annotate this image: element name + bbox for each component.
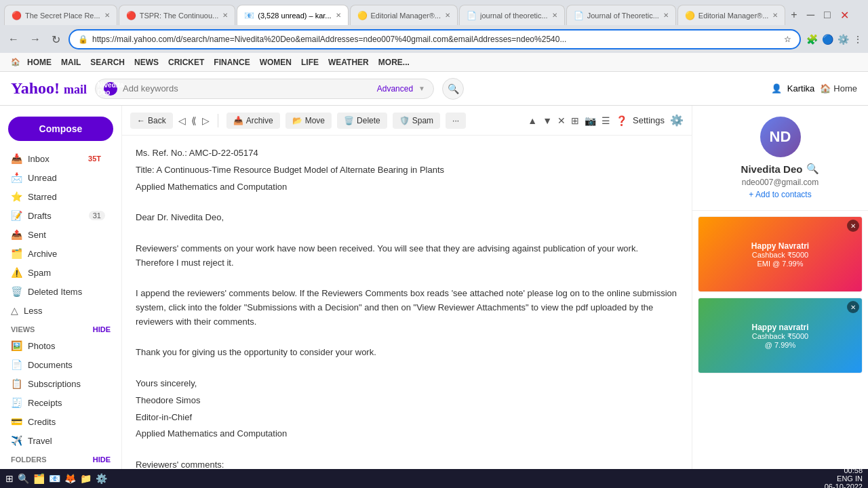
nav-life[interactable]: LIFE xyxy=(298,58,321,67)
tab-close-4[interactable]: ✕ xyxy=(445,12,450,19)
sidebar-item-unread[interactable]: 📩 Unread xyxy=(0,168,116,187)
mail-search-bar: Yahoo! mail Nivedita Deo Advanced ▼ 🔍 👤 … xyxy=(0,72,868,106)
settings-gear-icon[interactable]: ⚙️ xyxy=(670,114,684,127)
grid-view-button[interactable]: ⊞ xyxy=(571,115,579,126)
delete-button[interactable]: 🗑️ Delete xyxy=(337,113,387,129)
tab-4[interactable]: 🟡 Editorial Manager®... ✕ xyxy=(350,5,458,25)
nav-more[interactable]: MORE... xyxy=(376,58,412,67)
nav-weather[interactable]: WEATHER xyxy=(326,58,372,67)
reload-button[interactable]: ↻ xyxy=(49,32,63,47)
email-para1: Reviewers' comments on your work have no… xyxy=(136,242,678,270)
taskbar-lang: ENG IN xyxy=(825,474,863,483)
tab-favicon-7: 🟡 xyxy=(685,11,694,20)
tab-close-5[interactable]: ✕ xyxy=(552,12,557,19)
yahoo-nav-bar: 🏠 HOME MAIL SEARCH NEWS CRICKET FINANCE … xyxy=(0,53,868,72)
views-hide-button[interactable]: Hide xyxy=(93,325,111,333)
next-email-button[interactable]: ▷ xyxy=(202,115,210,126)
tab-2[interactable]: 🔴 TSPR: The Continuou... ✕ xyxy=(119,5,236,25)
sidebar-item-deleted[interactable]: 🗑️ Deleted Items xyxy=(0,282,116,301)
tab-1[interactable]: 🔴 The Secret Place Re... ✕ xyxy=(4,5,117,25)
menu-icon[interactable]: ⋮ xyxy=(853,34,863,45)
sidebar-item-photos[interactable]: 🖼️ Photos xyxy=(0,336,116,355)
taskbar-icon-5[interactable]: ⚙️ xyxy=(96,473,107,484)
sidebar-item-spam[interactable]: ⚠️ Spam xyxy=(0,263,116,282)
extension-icon-1[interactable]: 🧩 xyxy=(806,34,818,45)
search-button[interactable]: 🔍 xyxy=(442,78,464,100)
sidebar-item-travel[interactable]: ✈️ Travel xyxy=(0,431,116,450)
sidebar-item-archive[interactable]: 🗂️ Archive xyxy=(0,244,116,263)
sidebar-item-drafts[interactable]: 📝 Drafts 31 xyxy=(0,206,116,225)
sidebar-item-less[interactable]: △ Less xyxy=(0,301,116,320)
home-icon[interactable]: 🏠 xyxy=(11,58,20,66)
tab-close-3[interactable]: ✕ xyxy=(336,12,341,19)
windows-start-icon[interactable]: ⊞ xyxy=(5,473,14,484)
list-button[interactable]: ☰ xyxy=(601,115,610,126)
tab-5[interactable]: 📄 journal of theoretic... ✕ xyxy=(459,5,565,25)
nav-cricket[interactable]: CRICKET xyxy=(165,58,207,67)
forward-button[interactable]: → xyxy=(27,32,43,47)
folders-hide-button[interactable]: Hide xyxy=(93,455,111,464)
ad-close-button-2[interactable]: ✕ xyxy=(847,301,859,313)
tab-title-2: TSPR: The Continuou... xyxy=(140,12,219,20)
help-button[interactable]: ❓ xyxy=(616,115,627,126)
prev-email-button[interactable]: ◁ xyxy=(178,115,186,126)
nav-search[interactable]: SEARCH xyxy=(87,58,127,67)
maximize-button[interactable]: □ xyxy=(820,9,835,21)
sidebar-item-sent[interactable]: 📤 Sent xyxy=(0,225,116,244)
sort-down-button[interactable]: ▼ xyxy=(542,115,552,126)
extension-icon-3[interactable]: ⚙️ xyxy=(837,34,849,45)
tab-7[interactable]: 🟡 Editorial Manager®... ✕ xyxy=(677,5,786,25)
nav-women[interactable]: WOMEN xyxy=(257,58,294,67)
minimize-button[interactable]: ─ xyxy=(803,9,818,21)
advanced-search-button[interactable]: Advanced xyxy=(377,84,413,94)
spam-button[interactable]: 🛡️ Spam xyxy=(393,113,440,129)
camera-button[interactable]: 📷 xyxy=(585,115,596,126)
taskbar-icon-3[interactable]: 🦊 xyxy=(64,473,76,484)
tab-close-7[interactable]: ✕ xyxy=(772,12,778,19)
more-actions-button[interactable]: ··· xyxy=(446,113,466,129)
nav-news[interactable]: NEWS xyxy=(132,58,161,67)
url-text: https://mail.yahoo.com/d/search/name=Niv… xyxy=(92,35,780,44)
tab-close-6[interactable]: ✕ xyxy=(663,12,669,19)
taskbar-icon-1[interactable]: 🗂️ xyxy=(33,473,45,484)
search-input[interactable] xyxy=(123,83,372,94)
tab-3[interactable]: 📧 (3,528 unread) – kar... ✕ xyxy=(237,5,348,25)
extension-icon-2[interactable]: 🔵 xyxy=(822,34,833,45)
home-button[interactable]: 🏠 Home xyxy=(820,83,857,94)
nav-home[interactable]: HOME xyxy=(24,58,54,67)
sidebar-item-inbox[interactable]: 📥 Inbox 35T xyxy=(0,149,116,168)
ad-image-1: Happy Navratri Cashback ₹5000 EMI @ 7.99… xyxy=(698,217,862,291)
taskbar-icon-4[interactable]: 📁 xyxy=(80,473,92,484)
email-sender-title: Editor-in-Chief xyxy=(136,411,678,425)
add-to-contacts-button[interactable]: + Add to contacts xyxy=(703,190,857,199)
nav-finance[interactable]: FINANCE xyxy=(211,58,252,67)
tab-close-2[interactable]: ✕ xyxy=(222,12,228,19)
compose-button[interactable]: Compose xyxy=(8,117,113,141)
search-taskbar-icon[interactable]: 🔍 xyxy=(18,473,29,484)
toolbar-right: ▲ ▼ ✕ ⊞ 📷 ☰ ❓ Settings ⚙️ xyxy=(528,114,684,127)
sidebar-item-documents[interactable]: 📄 Documents xyxy=(0,355,116,374)
ad-close-button-1[interactable]: ✕ xyxy=(847,220,859,232)
back-nav-button[interactable]: ← Back xyxy=(130,113,173,129)
close-email-button[interactable]: ✕ xyxy=(557,115,566,126)
sidebar-item-receipts[interactable]: 🧾 Receipts xyxy=(0,393,116,412)
sort-up-button[interactable]: ▲ xyxy=(528,115,537,126)
tab-close-1[interactable]: ✕ xyxy=(104,12,110,19)
new-tab-button[interactable]: + xyxy=(787,9,801,21)
sidebar-item-subscriptions[interactable]: 📋 Subscriptions xyxy=(0,374,116,393)
tab-6[interactable]: 📄 Journal of Theoretic... ✕ xyxy=(566,5,676,25)
back-button[interactable]: ← xyxy=(5,32,22,47)
close-window-button[interactable]: ✕ xyxy=(836,9,853,22)
prev-unread-button[interactable]: ⟪ xyxy=(191,115,197,126)
search-box[interactable]: Nivedita Deo Advanced ▼ xyxy=(95,79,434,99)
nav-mail[interactable]: MAIL xyxy=(58,58,83,67)
archive-button[interactable]: 📥 Archive xyxy=(226,113,280,129)
move-button[interactable]: 📂 Move xyxy=(285,113,332,129)
sidebar-item-starred[interactable]: ⭐ Starred xyxy=(0,187,116,206)
taskbar-time: 00:58 ENG IN 06-10-2022 xyxy=(825,466,863,488)
profile-search-icon[interactable]: 🔍 xyxy=(806,163,819,175)
taskbar-icon-2[interactable]: 📧 xyxy=(49,473,60,484)
address-bar[interactable]: 🔒 https://mail.yahoo.com/d/search/name=N… xyxy=(68,29,801,49)
less-label: Less xyxy=(24,306,42,316)
sidebar-item-credits[interactable]: 💳 Credits xyxy=(0,412,116,431)
